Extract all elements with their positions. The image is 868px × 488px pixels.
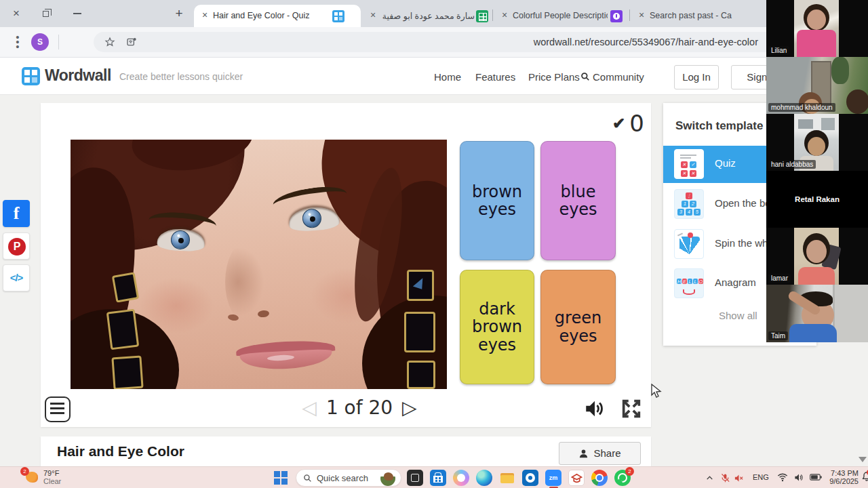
tab-search-past[interactable]: Search past past - Ca xyxy=(631,5,766,27)
weather-condition: Clear xyxy=(43,477,61,485)
browser-menu-icon[interactable]: ••• xyxy=(11,35,24,49)
zoom-audio-muted-icon[interactable] xyxy=(734,473,744,483)
tab-close-icon[interactable] xyxy=(499,10,510,21)
participant-name: lamar xyxy=(768,274,791,283)
share-button[interactable]: Share xyxy=(559,442,641,465)
copilot-app-icon[interactable] xyxy=(453,470,469,486)
participant-tile[interactable]: mohmmad khaldoun xyxy=(766,57,868,114)
tab-title: Hair and Eye Color - Quiz xyxy=(213,11,330,22)
search-icon xyxy=(580,72,590,81)
show-all-link[interactable]: Show all xyxy=(719,310,757,321)
window-close-icon[interactable] xyxy=(9,7,23,20)
scroll-down-arrow[interactable] xyxy=(859,457,867,462)
bookmark-star-icon[interactable] xyxy=(104,37,115,47)
tab-google-sheets[interactable]: سارة محمد عودة ابو صفية - جداول بيانات xyxy=(362,5,491,27)
weather-badge: 2 xyxy=(20,467,29,476)
tray-chevron-icon[interactable] xyxy=(705,474,714,483)
anagram-template-icon: HE LL O xyxy=(674,268,704,298)
sound-icon[interactable] xyxy=(583,397,606,420)
answer-brown-eyes[interactable]: brown eyes xyxy=(460,141,534,260)
score-indicator: 0 xyxy=(612,110,644,137)
right-earring xyxy=(407,270,434,301)
school-app-icon[interactable] xyxy=(568,470,585,486)
pinterest-share-button[interactable]: P xyxy=(3,232,30,260)
clock-time[interactable]: 7:43 PM xyxy=(826,469,859,477)
window-minimize-icon[interactable] xyxy=(71,7,84,20)
edge-browser-icon[interactable] xyxy=(476,470,492,486)
answer-dark-brown-eyes[interactable]: dark brown eyes xyxy=(460,270,534,384)
facebook-share-button[interactable]: f xyxy=(3,200,30,227)
wordwall-icon xyxy=(332,10,344,22)
participant-name: mohmmad khaldoun xyxy=(768,103,835,112)
site-tagline: Create better lessons quicker xyxy=(119,71,243,82)
wifi-icon[interactable] xyxy=(777,472,788,482)
zoom-mic-muted-icon[interactable] xyxy=(720,472,730,483)
spin-the-wheel-template-icon xyxy=(674,229,704,259)
wordwall-logo-icon[interactable] xyxy=(22,67,40,85)
participant-tile[interactable]: Lilian xyxy=(766,0,868,57)
question-list-menu-icon[interactable] xyxy=(45,396,71,422)
check-icon xyxy=(612,122,629,134)
tab-colorful-people[interactable]: Colorful People Description Quiz Pres xyxy=(494,5,628,27)
tab-hair-and-eye-color[interactable]: Hair and Eye Color - Quiz xyxy=(194,5,361,27)
person-icon xyxy=(578,449,589,459)
wordwall-brand[interactable]: Wordwall xyxy=(45,66,111,85)
battery-icon[interactable] xyxy=(810,473,822,481)
participant-tile[interactable]: lamar xyxy=(766,228,868,285)
weather-widget-icon[interactable]: 2 xyxy=(24,469,41,485)
answer-blue-eyes[interactable]: blue eyes xyxy=(540,141,616,260)
tab-close-icon[interactable] xyxy=(636,10,647,21)
whatsapp-badge: 2 xyxy=(625,467,634,476)
new-tab-button[interactable]: + xyxy=(171,5,187,22)
open-the-box-template-icon: ⋮ 12 345 xyxy=(674,189,704,219)
url-text: wordwall.net/resource/55349067/hair-and-… xyxy=(534,37,758,47)
window-restore-icon[interactable] xyxy=(39,7,53,20)
whatsapp-icon[interactable]: 2 xyxy=(614,470,631,486)
profile-avatar[interactable]: S xyxy=(31,33,49,51)
translate-page-icon[interactable] xyxy=(126,37,137,47)
microsoft-store-icon[interactable] xyxy=(430,470,446,486)
tab-title: Search past past - Ca xyxy=(650,11,758,22)
question-pager: 1 of 20 xyxy=(271,396,448,419)
participant-name: hani aldabbas xyxy=(768,160,816,169)
chrome-icon[interactable] xyxy=(591,470,608,486)
slides-purple-icon xyxy=(610,10,623,22)
login-button[interactable]: Log In xyxy=(674,65,719,89)
weather-temp[interactable]: 79°F xyxy=(43,469,59,477)
answer-green-eyes[interactable]: green eyes xyxy=(540,270,616,384)
nav-price-plans[interactable]: Price Plans xyxy=(528,71,580,83)
tab-close-icon[interactable] xyxy=(199,10,210,21)
start-button-icon[interactable] xyxy=(274,471,288,485)
quiz-template-icon: ✕✓ ✕✕ xyxy=(674,149,704,179)
taskbar: 2 79°F Clear Quick search zm 2 xyxy=(0,466,868,488)
quick-search-input[interactable]: Quick search xyxy=(296,469,401,487)
score-value: 0 xyxy=(629,110,644,137)
left-earring xyxy=(112,272,139,302)
language-indicator[interactable]: ENG xyxy=(753,473,769,481)
participant-name: Lilian xyxy=(768,46,789,55)
tab-close-icon[interactable] xyxy=(368,10,378,21)
nav-features[interactable]: Features xyxy=(475,71,515,83)
nav-community[interactable]: Community xyxy=(593,71,644,83)
file-explorer-icon[interactable] xyxy=(499,470,515,486)
next-question-icon[interactable] xyxy=(393,396,417,419)
resource-title: Hair and Eye Color xyxy=(57,443,184,460)
clock-date[interactable]: 9/6/2025 xyxy=(826,477,859,485)
participant-tile[interactable]: hani aldabbas xyxy=(766,114,868,171)
volume-icon[interactable] xyxy=(793,472,804,483)
participant-tile[interactable]: Retal Rakan xyxy=(766,171,868,228)
tab-title: Colorful People Description Quiz Pres xyxy=(513,11,608,22)
prev-question-icon[interactable] xyxy=(302,396,326,419)
embed-code-button[interactable]: </> xyxy=(3,264,30,291)
zoom-app-icon[interactable]: zm xyxy=(545,470,561,486)
outlook-icon[interactable] xyxy=(522,470,538,486)
notification-bell-icon[interactable] xyxy=(861,471,868,483)
fullscreen-icon[interactable] xyxy=(620,397,643,420)
participant-tile[interactable]: Taim xyxy=(766,285,868,342)
browser-tab-strip: + Hair and Eye Color - Quiz سارة محمد عو… xyxy=(0,0,868,27)
quick-search-placeholder: Quick search xyxy=(317,473,368,483)
nav-home[interactable]: Home xyxy=(434,71,461,83)
search-icon xyxy=(303,474,312,483)
address-bar[interactable]: wordwall.net/resource/55349067/hair-and-… xyxy=(94,32,868,52)
widgets-app-icon[interactable] xyxy=(407,470,423,486)
